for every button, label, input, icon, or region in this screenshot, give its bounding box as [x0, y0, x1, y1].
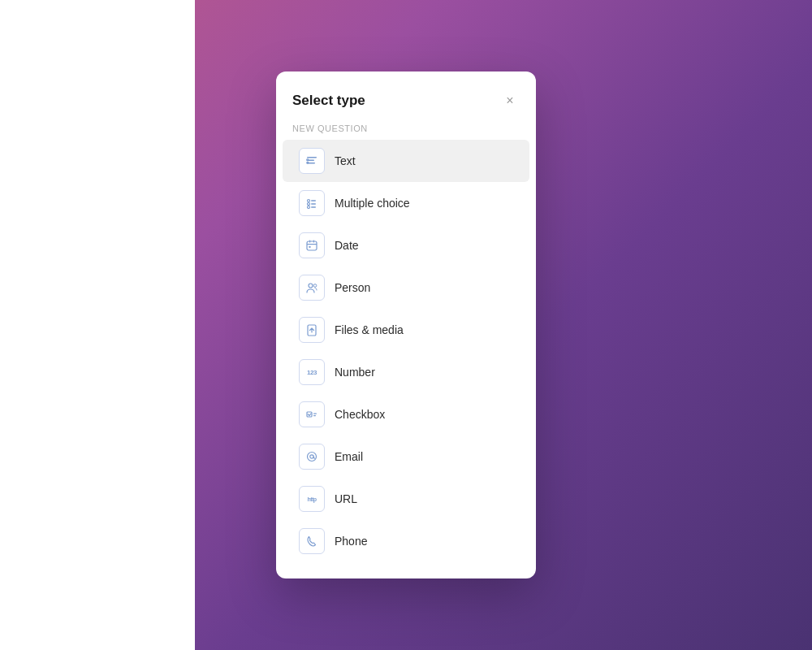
type-item-phone[interactable]: Phone: [283, 520, 529, 562]
svg-rect-14: [313, 240, 314, 243]
number-icon-text: 123: [307, 369, 317, 376]
type-label-text: Text: [335, 154, 356, 167]
type-label-url: URL: [335, 492, 357, 505]
type-label-phone: Phone: [335, 535, 367, 548]
type-list: Text Multiple choice: [276, 140, 536, 562]
type-label-number: Number: [335, 366, 375, 379]
svg-rect-6: [311, 200, 316, 202]
files-icon: [299, 317, 325, 343]
phone-icon: [299, 528, 325, 554]
type-item-text[interactable]: Text: [283, 140, 529, 182]
type-label-person: Person: [335, 281, 370, 294]
svg-rect-13: [309, 240, 310, 243]
type-label-files-media: Files & media: [335, 323, 404, 336]
modal-header: Select type ×: [276, 91, 536, 124]
date-icon: [299, 232, 325, 258]
url-icon: http: [299, 486, 325, 512]
svg-point-5: [308, 200, 310, 202]
svg-rect-11: [307, 241, 317, 250]
type-item-files-media[interactable]: Files & media: [283, 309, 529, 351]
multiple-choice-icon: [299, 190, 325, 216]
svg-point-22: [308, 453, 317, 462]
type-item-person[interactable]: Person: [283, 266, 529, 309]
close-button[interactable]: ×: [500, 91, 520, 110]
type-item-number[interactable]: 123 Number: [283, 351, 529, 393]
svg-rect-12: [307, 244, 317, 245]
checkbox-icon: [299, 401, 325, 427]
type-label-date: Date: [335, 239, 359, 252]
text-icon: [299, 148, 325, 174]
svg-rect-20: [313, 414, 317, 414]
svg-point-17: [313, 284, 317, 288]
svg-point-7: [308, 203, 310, 206]
svg-point-16: [309, 284, 313, 288]
modal-overlay: Select type × New question Text: [0, 0, 812, 650]
type-label-checkbox: Checkbox: [335, 408, 385, 421]
type-item-email[interactable]: Email: [283, 436, 529, 478]
svg-rect-10: [311, 206, 316, 208]
svg-rect-15: [309, 246, 311, 248]
person-icon: [299, 275, 325, 301]
number-icon: 123: [299, 359, 325, 385]
modal-title: Select type: [292, 93, 365, 109]
svg-point-23: [310, 455, 313, 458]
svg-point-9: [308, 206, 310, 209]
type-item-checkbox[interactable]: Checkbox: [283, 393, 529, 436]
type-item-multiple-choice[interactable]: Multiple choice: [283, 182, 529, 224]
type-item-url[interactable]: http URL: [283, 478, 529, 520]
type-item-date[interactable]: Date: [283, 224, 529, 266]
svg-rect-8: [311, 203, 316, 205]
svg-rect-0: [307, 157, 317, 158]
url-icon-text: http: [307, 496, 316, 502]
section-label: New question: [276, 124, 536, 140]
select-type-modal: Select type × New question Text: [276, 72, 536, 578]
svg-rect-21: [313, 415, 316, 416]
type-label-email: Email: [335, 450, 363, 463]
email-icon: [299, 444, 325, 470]
type-label-multiple-choice: Multiple choice: [335, 197, 410, 210]
